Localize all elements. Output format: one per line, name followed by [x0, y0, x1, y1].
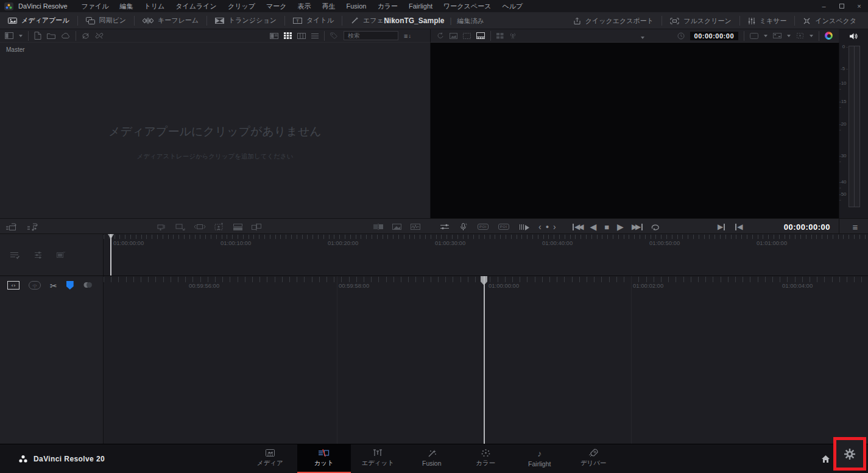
append-to-end-icon[interactable] — [175, 223, 186, 231]
media-pool-toggle[interactable]: メディアプール — [0, 12, 77, 29]
cloud-import-icon[interactable] — [61, 32, 70, 39]
place-on-top-icon[interactable] — [233, 223, 243, 230]
transition-tool-icon[interactable] — [373, 223, 384, 230]
page-tab-fairlight[interactable]: ♪ Fairlight — [513, 444, 567, 472]
match-next-icon[interactable]: › — [553, 222, 556, 232]
menu-fusion[interactable]: Fusion — [340, 0, 372, 12]
stop-icon[interactable]: ■ — [604, 222, 609, 232]
viewer-refresh-icon[interactable] — [437, 32, 444, 39]
menu-view[interactable]: 表示 — [292, 0, 316, 12]
viewer-source-chevron-icon[interactable] — [641, 37, 644, 41]
color-grade-icon[interactable] — [825, 32, 833, 40]
quick-export-button[interactable]: クイックエクスポート — [565, 12, 662, 29]
tools-icon[interactable] — [440, 223, 450, 230]
overview-ruler[interactable]: 01:00:00:00 01:00:10:00 01:00:20:00 01:0… — [104, 234, 868, 276]
safe-area-icon[interactable] — [463, 33, 471, 39]
menu-mark[interactable]: マーク — [261, 0, 292, 12]
title-toggle[interactable]: T タイトル — [285, 12, 342, 29]
effects-tool-icon[interactable] — [392, 223, 402, 230]
match-prev-icon[interactable]: ‹ — [538, 222, 542, 232]
filmstrip-view-icon[interactable] — [297, 33, 306, 39]
import-folder-icon[interactable] — [47, 32, 55, 39]
full-extent-icon[interactable]: ‹› — [7, 281, 19, 290]
still-icon[interactable] — [450, 33, 457, 39]
menu-edit[interactable]: 編集 — [115, 0, 139, 12]
import-media-icon[interactable] — [34, 32, 41, 40]
detail-playhead-line[interactable] — [484, 276, 485, 444]
menu-color[interactable]: カラー — [372, 0, 403, 12]
fullscreen-button[interactable]: フルスクリーン — [662, 12, 739, 29]
sync-clips-icon[interactable] — [82, 32, 90, 40]
timeline-timecode[interactable]: 00:00:00:00 — [758, 219, 830, 235]
smart-insert-icon[interactable] — [156, 223, 167, 231]
viewer-panel[interactable] — [431, 43, 839, 218]
timeline-select-icon[interactable] — [56, 251, 66, 259]
relink-media-icon[interactable] — [95, 32, 104, 39]
bin-list-chevron-icon[interactable] — [19, 35, 23, 39]
play-reverse-icon[interactable]: ◀ — [590, 222, 596, 232]
menu-trim[interactable]: トリム — [139, 0, 171, 12]
sort-icon[interactable]: ≡↓ — [404, 32, 411, 40]
menu-timeline[interactable]: タイムライン — [170, 0, 222, 12]
loop-icon[interactable] — [651, 223, 660, 231]
timeline-checklist-icon[interactable] — [10, 251, 20, 259]
snapping-icon[interactable] — [83, 281, 93, 289]
minimize-button[interactable]: – — [815, 0, 833, 12]
strip-view-icon[interactable] — [270, 33, 278, 39]
source-overwrite-icon[interactable] — [251, 223, 262, 231]
prev-edit-icon[interactable]: ◀ — [735, 222, 743, 231]
mixer-toggle[interactable]: ミキサー — [740, 12, 795, 29]
source-tape-icon[interactable] — [476, 32, 485, 39]
timeline-settings-icon[interactable] — [34, 251, 43, 259]
inspector-toggle[interactable]: インスペクタ — [795, 12, 864, 29]
sync-bin-toggle[interactable]: 同期ビン — [78, 12, 135, 29]
close-button[interactable]: × — [850, 0, 868, 12]
position-lock-icon[interactable] — [66, 281, 74, 290]
menu-playback[interactable]: 再生 — [316, 0, 340, 12]
ripple-overwrite-icon[interactable] — [194, 223, 206, 230]
match-frame-icon[interactable]: ● — [546, 224, 549, 230]
search-input[interactable] — [344, 31, 398, 40]
camera-source-icon[interactable] — [773, 32, 782, 39]
play-icon[interactable]: ▶ — [617, 222, 624, 232]
multicam-icon[interactable] — [496, 33, 504, 39]
add-poi-marker-icon[interactable]: POI — [498, 224, 509, 230]
next-edit-icon[interactable]: ▶ — [718, 222, 725, 231]
go-to-start-icon[interactable]: ◀◀ — [573, 222, 582, 231]
page-tab-cut[interactable]: カット — [297, 444, 351, 472]
settings-gear-button[interactable] — [844, 448, 856, 460]
maximize-button[interactable] — [833, 0, 850, 12]
thumbnail-view-icon[interactable] — [284, 32, 292, 39]
poi-marker-icon[interactable]: POI — [478, 224, 489, 230]
list-view-icon[interactable] — [311, 33, 319, 39]
transition-toggle[interactable]: トランジション — [207, 12, 284, 29]
menu-help[interactable]: ヘルプ — [496, 0, 528, 12]
page-tab-color[interactable]: カラー — [459, 444, 513, 472]
bin-name[interactable]: Master — [6, 46, 25, 53]
transform-chevron-icon[interactable] — [810, 35, 813, 39]
speaker-icon[interactable] — [849, 32, 858, 40]
aspect-chevron-icon[interactable] — [764, 35, 767, 39]
play-around-icon[interactable] — [519, 223, 530, 231]
page-tab-media[interactable]: メディア — [243, 444, 297, 472]
timeline-options-menu-icon[interactable]: ≡ — [853, 222, 858, 232]
page-tab-fusion[interactable]: Fusion — [405, 444, 459, 472]
tag-filter-icon[interactable] — [330, 32, 338, 39]
audio-level-tool-icon[interactable] — [410, 223, 421, 230]
detail-trim-icon[interactable]: ‹|› — [29, 281, 41, 290]
camera-chevron-icon[interactable] — [787, 35, 791, 39]
append-video-icon[interactable] — [6, 222, 16, 231]
go-to-end-icon[interactable]: ▶▶ — [632, 222, 643, 231]
detail-ruler[interactable]: 00:59:56:00 00:59:58:00 01:00:00:00 01:0… — [104, 276, 868, 444]
voiceover-mic-icon[interactable] — [459, 223, 468, 231]
menu-workspace[interactable]: ワークスペース — [438, 0, 496, 12]
page-tab-deliver[interactable]: デリバー — [566, 444, 621, 472]
append-audio-icon[interactable] — [27, 222, 38, 231]
close-up-icon[interactable] — [214, 222, 225, 231]
overview-playhead-line[interactable] — [110, 234, 111, 276]
live-broadcast-icon[interactable] — [509, 32, 517, 39]
bin-list-icon[interactable] — [5, 32, 13, 39]
viewer-timecode[interactable]: 00:00:00:00 — [690, 32, 738, 40]
keyframe-toggle[interactable]: キーフレーム — [135, 12, 206, 29]
page-tab-edit[interactable]: エディット — [351, 444, 405, 472]
